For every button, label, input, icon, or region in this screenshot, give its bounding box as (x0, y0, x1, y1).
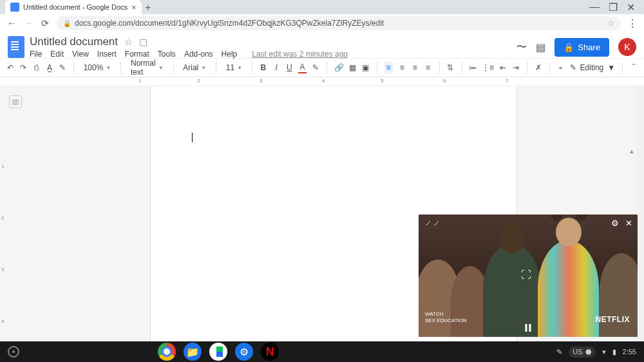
menu-insert[interactable]: Insert (97, 50, 117, 59)
text-color-button[interactable]: A (298, 62, 306, 73)
docs-logo-icon[interactable] (8, 36, 24, 58)
share-button[interactable]: 🔒 Share (554, 38, 609, 57)
insert-image-icon[interactable]: ▣ (362, 62, 370, 73)
netflix-app-icon[interactable]: N (261, 343, 279, 361)
chrome-app-icon[interactable] (158, 343, 176, 361)
menu-view[interactable]: View (72, 50, 89, 59)
input-tools-icon[interactable]: ⌁ (556, 62, 564, 73)
address-bar[interactable]: 🔒 docs.google.com/document/d/1gNKrvyUgiS… (57, 16, 621, 30)
avatar-initial: K (624, 42, 630, 52)
document-outline-button[interactable] (9, 95, 22, 108)
forward-icon[interactable]: → (23, 18, 33, 28)
bulleted-list-icon[interactable]: ⋮≡ (482, 62, 493, 73)
explore-arrow-icon[interactable]: ▲ (629, 148, 635, 155)
clear-formatting-icon[interactable]: ✗ (535, 62, 542, 73)
maximize-icon[interactable]: ❐ (609, 1, 618, 14)
lock-share-icon: 🔒 (564, 43, 574, 52)
browser-tab-strip: Untitled document - Google Docs × + — ❐ … (0, 0, 644, 14)
horizontal-ruler[interactable]: 1 2 3 4 5 6 7 (0, 77, 644, 86)
menu-format[interactable]: Format (125, 50, 149, 59)
italic-button[interactable]: I (272, 62, 280, 73)
vertical-ruler[interactable]: 1 2 3 4 (0, 86, 5, 345)
font-size-dropdown[interactable]: 11▼ (223, 63, 245, 72)
line-spacing-icon[interactable]: ⇅ (446, 62, 454, 73)
netflix-logo: NETFLIX (596, 315, 630, 324)
system-tray[interactable]: ✎ US ⬣ ▾ ▮ 2:55 (556, 347, 636, 357)
align-justify-icon[interactable]: ≡ (424, 62, 431, 73)
align-right-icon[interactable]: ≡ (411, 62, 419, 73)
insert-comment-icon[interactable]: ▦ (349, 62, 357, 73)
share-label: Share (578, 43, 600, 52)
play-store-icon[interactable] (209, 343, 227, 361)
menu-bar: File Edit View Insert Format Tools Add-o… (30, 50, 511, 59)
notification-icon: ⬣ (585, 348, 592, 356)
menu-edit[interactable]: Edit (50, 50, 64, 59)
increase-indent-icon[interactable]: ⇥ (512, 62, 520, 73)
keyboard-lang: US (573, 348, 582, 356)
close-window-icon[interactable]: ✕ (627, 1, 635, 14)
settings-app-icon[interactable]: ⚙ (235, 343, 253, 361)
minimize-icon[interactable]: — (589, 1, 600, 13)
text-cursor (192, 133, 193, 142)
numbered-list-icon[interactable]: ≔ (469, 62, 477, 73)
docs-favicon (10, 3, 19, 12)
style-dropdown[interactable]: Normal text▼ (128, 59, 166, 77)
bookmark-star-icon[interactable]: ☆ (607, 19, 614, 28)
last-edit-link[interactable]: Last edit was 2 minutes ago (252, 50, 348, 59)
menu-tools[interactable]: Tools (158, 50, 176, 59)
browser-tab[interactable]: Untitled document - Google Docs × (5, 0, 142, 14)
pip-back-to-tab-icon[interactable]: ⟋⟋ (424, 218, 440, 228)
activity-icon[interactable]: 〜 (516, 41, 527, 54)
undo-icon[interactable]: ↶ (6, 62, 14, 73)
underline-button[interactable]: U (285, 62, 293, 73)
pip-expand-icon[interactable]: ⛶ (521, 269, 531, 281)
collapse-toolbar-icon[interactable]: ˆ (630, 62, 638, 73)
pip-settings-icon[interactable]: ⚙ (611, 218, 619, 228)
wifi-icon: ▾ (602, 348, 606, 356)
insert-link-icon[interactable]: 🔗 (334, 62, 344, 73)
new-tab-button[interactable]: + (142, 1, 155, 14)
tab-title: Untitled document - Google Docs (23, 3, 128, 11)
pip-pause-button[interactable] (526, 324, 531, 332)
menu-addons[interactable]: Add-ons (184, 50, 213, 59)
editing-mode-dropdown[interactable]: ✎ Editing ▼ (570, 63, 616, 72)
back-icon[interactable]: ← (6, 18, 17, 28)
battery-icon: ▮ (612, 348, 616, 356)
pencil-icon: ✎ (570, 63, 576, 72)
align-center-icon[interactable]: ≡ (398, 62, 406, 73)
launcher-button[interactable] (8, 346, 19, 357)
browser-menu-icon[interactable]: ⋮ (627, 17, 638, 30)
lock-icon: 🔒 (63, 20, 71, 27)
highlight-button[interactable]: ✎ (312, 62, 319, 73)
stylus-icon[interactable]: ✎ (556, 348, 562, 356)
pip-watch-label: WATCH SEX EDUCATION (425, 311, 467, 324)
zoom-dropdown[interactable]: 100%▼ (81, 63, 114, 72)
clock: 2:55 (623, 348, 636, 356)
document-title[interactable]: Untitled document (30, 35, 118, 48)
picture-in-picture-window[interactable]: ⟋⟋ ⚙ ✕ ⛶ WATCH SEX EDUCATION NETFLIX (419, 214, 638, 337)
menu-file[interactable]: File (30, 50, 42, 59)
star-document-icon[interactable]: ☆ (124, 37, 133, 47)
paint-format-icon[interactable]: ✎ (59, 62, 66, 73)
docs-header: Untitled document ☆ ▢ File Edit View Ins… (0, 32, 644, 58)
menu-help[interactable]: Help (222, 50, 238, 59)
reload-icon[interactable]: ⟳ (40, 18, 50, 28)
user-avatar[interactable]: K (618, 38, 636, 56)
comments-icon[interactable]: ▤ (536, 41, 545, 53)
redo-icon[interactable]: ↷ (19, 62, 27, 73)
browser-toolbar: ← → ⟳ 🔒 docs.google.com/document/d/1gNKr… (0, 14, 644, 32)
window-controls: — ❐ ✕ (589, 0, 644, 14)
close-tab-icon[interactable]: × (131, 3, 137, 12)
font-dropdown[interactable]: Arial▼ (180, 63, 209, 72)
files-app-icon[interactable]: 📁 (184, 343, 202, 361)
align-left-icon[interactable]: ≡ (384, 62, 393, 73)
move-folder-icon[interactable]: ▢ (139, 37, 147, 47)
shelf: 📁 ⚙ N ✎ US ⬣ ▾ ▮ 2:55 (0, 341, 644, 362)
formatting-toolbar: ↶ ↷ ⎙ A̲ ✎ 100%▼ Normal text▼ Arial▼ 11▼… (0, 58, 644, 77)
bold-button[interactable]: B (260, 62, 267, 73)
spellcheck-icon[interactable]: A̲ (46, 62, 53, 73)
print-icon[interactable]: ⎙ (32, 62, 40, 73)
decrease-indent-icon[interactable]: ⇤ (498, 62, 506, 73)
url-text: docs.google.com/document/d/1gNKrvyUgiSnz… (75, 19, 384, 28)
pip-close-icon[interactable]: ✕ (625, 218, 632, 228)
